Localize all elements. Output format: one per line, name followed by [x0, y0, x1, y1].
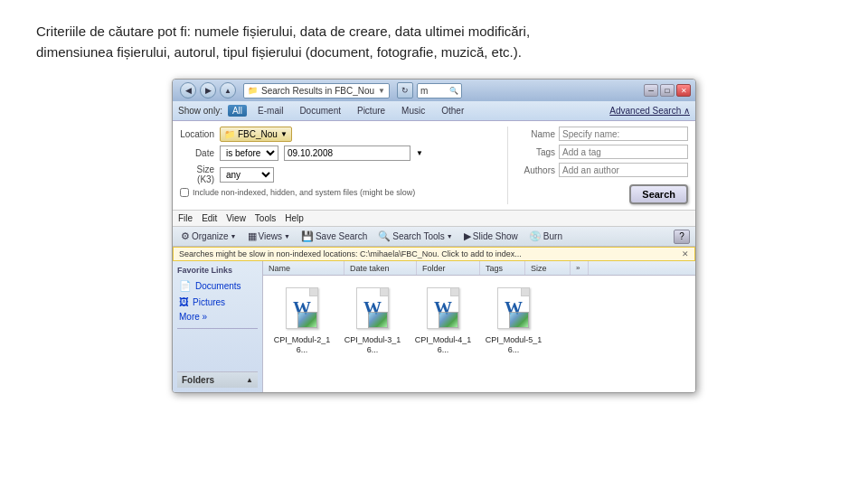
- info-close-button[interactable]: ✕: [682, 249, 689, 258]
- list-item[interactable]: W CPI_Modul-4_16...: [411, 283, 475, 355]
- file-name-4: CPI_Modul-5_16...: [482, 335, 545, 355]
- thumbnail-2: [368, 312, 388, 328]
- location-folder-icon: 📁: [224, 129, 235, 139]
- file-name-1: CPI_Modul-2_16...: [270, 335, 334, 355]
- search-button[interactable]: Search: [629, 184, 688, 204]
- title-bar: ◀ ▶ ▲ 📁 Search Results in FBC_Nou ▼ ↻ m …: [173, 80, 695, 101]
- up-button[interactable]: ▲: [220, 82, 236, 99]
- maximize-button[interactable]: □: [660, 84, 675, 97]
- menu-tools[interactable]: Tools: [255, 213, 276, 223]
- address-arrow: ▼: [378, 87, 385, 95]
- title-search-box[interactable]: m 🔍: [417, 83, 462, 99]
- title-search-value: m: [420, 86, 428, 96]
- info-bar: Searches might be slow in non-indexed lo…: [173, 247, 695, 261]
- advanced-search-link[interactable]: Advanced Search ∧: [609, 106, 690, 116]
- list-item[interactable]: W CPI_Modul-2_16...: [270, 283, 334, 355]
- save-search-label: Save Search: [316, 231, 367, 241]
- doc-page-4: W: [497, 287, 530, 329]
- file-name-3: CPI_Modul-4_16...: [411, 335, 475, 355]
- list-item[interactable]: W CPI_Modul-3_16...: [341, 283, 404, 355]
- location-value: FBC_Nou: [238, 129, 278, 139]
- organize-button[interactable]: ⚙ Organize ▼: [178, 230, 240, 243]
- tags-input[interactable]: [559, 145, 688, 159]
- file-name-2: CPI_Modul-3_16...: [341, 335, 404, 355]
- description-line2: dimensiunea fișierului, autorul, tipul f…: [36, 44, 522, 60]
- burn-icon: 💿: [529, 230, 542, 242]
- file-icon-2: W: [351, 283, 394, 333]
- address-bar[interactable]: 📁 Search Results in FBC_Nou ▼: [243, 83, 390, 99]
- size-condition-select[interactable]: any: [220, 167, 274, 183]
- filter-music-tab[interactable]: Music: [396, 104, 430, 117]
- save-search-icon: 💾: [301, 230, 314, 242]
- include-checkbox[interactable]: [180, 188, 189, 197]
- files-grid: W CPI_Modul-2_16... W CPI_Modul-3_16.: [263, 276, 695, 362]
- list-item[interactable]: W CPI_Modul-5_16...: [482, 283, 545, 355]
- views-button[interactable]: ▦ Views ▼: [245, 230, 293, 243]
- location-selector[interactable]: 📁 FBC_Nou ▼: [220, 127, 292, 142]
- filter-email-tab[interactable]: E-mail: [252, 104, 288, 117]
- col-more[interactable]: »: [571, 261, 589, 275]
- slideshow-button[interactable]: ▶ Slide Show: [461, 230, 521, 243]
- name-label: Name: [515, 129, 555, 139]
- col-size[interactable]: Size: [525, 261, 571, 275]
- views-label: Views: [259, 231, 283, 241]
- slideshow-label: Slide Show: [473, 231, 518, 241]
- filter-other-tab[interactable]: Other: [436, 104, 469, 117]
- burn-button[interactable]: 💿 Burn: [526, 230, 565, 243]
- file-area: Name Date taken Folder Tags Size » W: [263, 261, 695, 392]
- save-search-button[interactable]: 💾 Save Search: [298, 230, 370, 243]
- col-tags[interactable]: Tags: [480, 261, 525, 275]
- menu-view[interactable]: View: [226, 213, 246, 223]
- sidebar: Favorite Links 📄 Documents 🖼 Pictures Mo…: [173, 261, 263, 392]
- col-date[interactable]: Date taken: [344, 261, 417, 275]
- date-condition-select[interactable]: is before: [220, 145, 278, 161]
- filter-all-button[interactable]: All: [228, 105, 247, 117]
- date-label: Date: [180, 148, 214, 158]
- doc-page-1: W: [286, 287, 318, 329]
- include-row: Include non-indexed, hidden, and system …: [180, 188, 500, 197]
- menu-file[interactable]: File: [178, 213, 193, 223]
- toolbar-collapse-button[interactable]: ?: [674, 230, 690, 244]
- menu-help[interactable]: Help: [285, 213, 304, 223]
- tags-row: Tags: [515, 145, 688, 159]
- criteria-left: Location 📁 FBC_Nou ▼ Date is before ▼: [180, 127, 500, 204]
- name-row: Name: [515, 127, 688, 141]
- slideshow-icon: ▶: [464, 230, 471, 242]
- file-icon-1: W: [280, 283, 324, 333]
- back-button[interactable]: ◀: [180, 82, 196, 99]
- thumbnail-3: [439, 312, 458, 328]
- filter-picture-tab[interactable]: Picture: [352, 104, 391, 117]
- filter-document-tab[interactable]: Document: [294, 104, 346, 117]
- folders-header[interactable]: Folders ▲: [177, 371, 258, 388]
- search-tools-label: Search Tools: [392, 231, 445, 241]
- documents-link[interactable]: 📄 Documents: [177, 279, 258, 293]
- sidebar-divider: [177, 328, 258, 329]
- file-icon-4: W: [492, 283, 535, 333]
- refresh-button[interactable]: ↻: [397, 82, 413, 99]
- authors-input[interactable]: [559, 163, 688, 177]
- folders-arrow-icon: ▲: [246, 376, 253, 384]
- more-link[interactable]: More »: [177, 311, 258, 323]
- thumbnail-1: [297, 312, 317, 328]
- name-input[interactable]: [559, 127, 688, 141]
- menu-edit[interactable]: Edit: [202, 213, 217, 223]
- col-name[interactable]: Name: [263, 261, 344, 275]
- folder-icon: 📁: [248, 86, 258, 95]
- search-tools-button[interactable]: 🔍 Search Tools ▼: [375, 230, 456, 243]
- search-tools-icon: 🔍: [378, 230, 391, 242]
- search-criteria-panel: Location 📁 FBC_Nou ▼ Date is before ▼: [173, 121, 695, 211]
- filter-toolbar: Show only: All E-mail Document Picture M…: [173, 101, 695, 121]
- date-calendar-icon[interactable]: ▼: [416, 149, 423, 157]
- date-value-input[interactable]: [284, 145, 410, 161]
- close-button[interactable]: ✕: [676, 84, 691, 97]
- favorite-links-title: Favorite Links: [177, 266, 258, 275]
- minimize-button[interactable]: ─: [644, 84, 658, 97]
- views-icon: ▦: [248, 230, 257, 242]
- forward-button[interactable]: ▶: [200, 82, 216, 99]
- window-controls: ─ □ ✕: [644, 84, 691, 97]
- organize-icon: ⚙: [181, 230, 190, 242]
- pictures-link[interactable]: 🖼 Pictures: [177, 296, 258, 308]
- size-row: Size (K3) any: [180, 164, 500, 184]
- documents-label: Documents: [195, 281, 241, 291]
- col-folder[interactable]: Folder: [417, 261, 480, 275]
